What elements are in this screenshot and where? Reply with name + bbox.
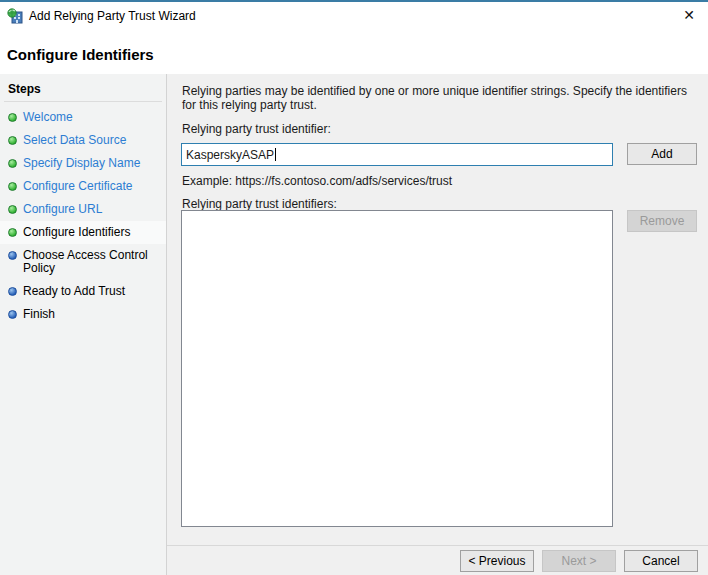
steps-sidebar: Steps Welcome Select Data Source Specify… [0, 74, 167, 575]
step-label: Configure Identifiers [23, 226, 130, 239]
step-done-bullet-icon [8, 113, 17, 122]
step-choose-access-control-policy: Choose Access Control Policy [0, 244, 166, 280]
step-done-bullet-icon [8, 136, 17, 145]
step-label: Welcome [23, 111, 73, 124]
cancel-button[interactable]: Cancel [624, 550, 698, 572]
step-current-bullet-icon [8, 228, 17, 237]
step-done-bullet-icon [8, 205, 17, 214]
adfs-wizard-icon [7, 8, 23, 24]
step-upcoming-bullet-icon [8, 251, 17, 260]
step-label: Configure URL [23, 203, 102, 216]
step-ready-to-add-trust: Ready to Add Trust [0, 280, 166, 303]
step-configure-certificate: Configure Certificate [0, 175, 166, 198]
previous-button[interactable]: < Previous [460, 550, 534, 572]
identifier-input[interactable]: KasperskyASAP [181, 143, 613, 166]
close-icon[interactable]: ✕ [676, 4, 702, 26]
step-label: Specify Display Name [23, 157, 140, 170]
step-done-bullet-icon [8, 159, 17, 168]
step-label: Ready to Add Trust [23, 285, 125, 298]
next-button[interactable]: Next > [542, 550, 616, 572]
step-upcoming-bullet-icon [8, 310, 17, 319]
step-configure-url: Configure URL [0, 198, 166, 221]
page-title: Configure Identifiers [7, 46, 154, 63]
text-caret [275, 148, 276, 161]
titlebar[interactable]: Add Relying Party Trust Wizard ✕ [0, 2, 708, 30]
example-text: Example: https://fs.contoso.com/adfs/ser… [182, 174, 452, 188]
wizard-window: Add Relying Party Trust Wizard ✕ Configu… [0, 0, 708, 575]
step-welcome: Welcome [0, 106, 166, 129]
identifier-input-value: KasperskyASAP [186, 148, 274, 162]
step-done-bullet-icon [8, 182, 17, 191]
step-configure-identifiers: Configure Identifiers [0, 221, 166, 244]
remove-button[interactable]: Remove [627, 210, 697, 232]
step-select-data-source: Select Data Source [0, 129, 166, 152]
content-pane: Relying parties may be identified by one… [167, 74, 708, 575]
step-label: Choose Access Control Policy [23, 249, 158, 275]
footer-divider [167, 545, 708, 546]
intro-text: Relying parties may be identified by one… [182, 84, 698, 112]
window-title: Add Relying Party Trust Wizard [29, 9, 196, 23]
step-label: Select Data Source [23, 134, 126, 147]
window-chrome: Add Relying Party Trust Wizard ✕ Configu… [0, 2, 708, 74]
steps-heading: Steps [4, 74, 162, 102]
step-specify-display-name: Specify Display Name [0, 152, 166, 175]
step-upcoming-bullet-icon [8, 287, 17, 296]
identifiers-listbox[interactable] [181, 210, 613, 527]
identifier-field-label: Relying party trust identifier: [182, 122, 331, 136]
step-label: Finish [23, 308, 55, 321]
steps-list: Welcome Select Data Source Specify Displ… [0, 102, 166, 326]
step-label: Configure Certificate [23, 180, 132, 193]
step-finish: Finish [0, 303, 166, 326]
add-button[interactable]: Add [627, 143, 697, 165]
identifiers-list-label: Relying party trust identifiers: [182, 197, 337, 211]
